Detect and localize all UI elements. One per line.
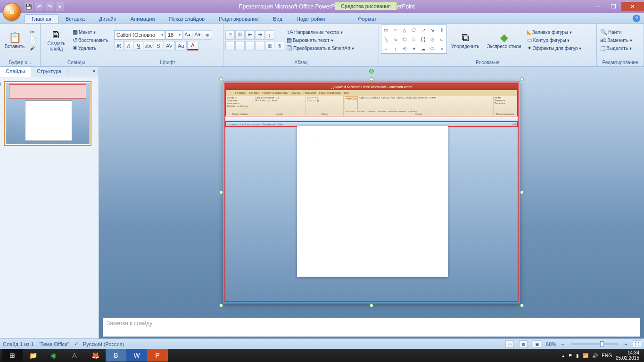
numbering-button[interactable]: ① (235, 30, 245, 40)
taskbar-file-explorer-icon[interactable]: 📁 (23, 349, 43, 362)
columns-button[interactable]: ▥ (265, 41, 274, 50)
notes-pane[interactable]: Заметки к слайду (103, 318, 640, 337)
normal-view-button[interactable]: ▭ (505, 340, 514, 348)
tray-battery-icon[interactable]: ▮ (576, 353, 579, 358)
find-button[interactable]: 🔍Найти (599, 28, 634, 36)
tab-insert[interactable]: Вставка (58, 14, 92, 23)
text-direction-button[interactable]: ↕AНаправление текста ▾ (285, 28, 355, 36)
align-text-button[interactable]: ▤Выровнять текст ▾ (285, 36, 355, 44)
start-button[interactable]: ⊞ (2, 349, 23, 362)
qat-redo-icon[interactable]: ↷ (45, 2, 54, 11)
align-center-button[interactable]: ≡ (235, 41, 245, 50)
resize-handle-s[interactable] (370, 304, 373, 307)
char-spacing-button[interactable]: AV (164, 41, 175, 50)
taskbar-powerpoint-icon[interactable]: P (147, 349, 168, 362)
clear-format-button[interactable]: ⩩ (203, 30, 212, 40)
tray-clock[interactable]: 14:34 05.02.2015 (616, 350, 639, 361)
tray-network-icon[interactable]: 📶 (583, 353, 588, 358)
align-left-button[interactable]: ≡ (225, 41, 235, 50)
cut-button[interactable]: ✂ (28, 28, 38, 36)
shape-outline-button[interactable]: ▭Контур фигуры ▾ (526, 36, 583, 44)
taskbar-gimp-icon[interactable]: 🦊 (85, 349, 106, 362)
slide-canvas-area[interactable]: Документ Microsoft Office Word.docx - Mi… (99, 67, 644, 318)
resize-handle-w[interactable] (219, 190, 223, 194)
arrange-button[interactable]: ⧉Упорядочить (448, 25, 483, 57)
font-family-combo[interactable]: Calibri (Основно (114, 30, 165, 40)
increase-indent-button[interactable]: ⇥ (255, 30, 264, 40)
font-size-combo[interactable]: 18 (165, 30, 182, 40)
shape-fill-button[interactable]: ◣Заливка фигуры ▾ (526, 28, 583, 36)
font-color-button[interactable]: A (187, 41, 198, 50)
taskbar-app1-icon[interactable]: ◉ (43, 349, 64, 362)
thumbnail-list[interactable]: 1 (0, 77, 99, 338)
minimize-button[interactable]: — (589, 2, 605, 11)
slideshow-view-button[interactable]: ▣ (533, 340, 541, 348)
tab-addins[interactable]: Надстройки (289, 14, 332, 23)
tab-slideshow[interactable]: Показ слайдов (162, 14, 212, 23)
decrease-indent-button[interactable]: ⇤ (245, 30, 255, 40)
tray-volume-icon[interactable]: 🔊 (592, 353, 598, 358)
copy-button[interactable]: 📄 (28, 36, 38, 44)
taskbar-vk-icon[interactable]: B (106, 349, 126, 362)
zoom-in-button[interactable]: + (625, 341, 627, 347)
align-right-button[interactable]: ≡ (245, 41, 255, 50)
quick-styles-button[interactable]: ◆Экспресс-стили (484, 25, 525, 57)
zoom-thumb[interactable] (600, 341, 604, 347)
tray-show-hidden-icon[interactable]: ▴ (562, 353, 564, 358)
convert-smartart-button[interactable]: ⿻Преобразовать в SmartArt ▾ (285, 44, 355, 52)
tab-format[interactable]: Формат (351, 14, 383, 23)
shadow-button[interactable]: S (154, 41, 163, 50)
qat-undo-icon[interactable]: ↶ (35, 2, 43, 11)
office-button[interactable]: ⊞ (3, 3, 21, 21)
resize-handle-n[interactable] (370, 77, 373, 81)
tray-language[interactable]: ENG (602, 353, 612, 358)
tab-animation[interactable]: Анимация (124, 14, 162, 23)
shape-effects-button[interactable]: ✦Эффекты для фигур ▾ (526, 44, 583, 52)
grow-font-button[interactable]: A▴ (183, 30, 192, 40)
close-panel-button[interactable]: ✕ (89, 67, 99, 77)
bold-button[interactable]: Ж (114, 41, 124, 50)
underline-button[interactable]: Ч (134, 41, 143, 50)
tray-action-center-icon[interactable]: ⚑ (568, 353, 572, 358)
maximize-button[interactable]: ❐ (605, 2, 621, 11)
close-button[interactable]: ✕ (621, 2, 644, 11)
zoom-level[interactable]: 68% (546, 341, 556, 347)
slides-tab[interactable]: Слайды (0, 67, 31, 77)
new-slide-button[interactable]: 🗎Создать слайд (42, 25, 70, 57)
resize-handle-e[interactable] (520, 190, 524, 194)
tab-review[interactable]: Рецензирование (212, 14, 266, 23)
tab-home[interactable]: Главная (25, 14, 58, 23)
taskbar-app2-icon[interactable]: A (64, 349, 85, 362)
shapes-gallery[interactable]: ▭○△⬠↗↘⇧ ╲↳⬡☆{ }◇▱ ↔↕⟲✦☁⬭▿ (381, 25, 447, 54)
strike-button[interactable]: abc (144, 41, 153, 50)
bullets-button[interactable]: ≣ (225, 30, 235, 40)
resize-handle-sw[interactable] (219, 304, 223, 307)
justify-button[interactable]: ≡ (255, 41, 264, 50)
select-button[interactable]: ⬚Выделить ▾ (599, 44, 634, 52)
rotate-handle[interactable] (369, 69, 374, 74)
slide[interactable]: Документ Microsoft Office Word.docx - Mi… (223, 81, 520, 304)
qat-save-icon[interactable]: 💾 (25, 2, 33, 11)
text-ltr-button[interactable]: ¶ (275, 41, 284, 50)
replace-button[interactable]: abЗаменить ▾ (599, 36, 634, 44)
resize-handle-nw[interactable] (219, 77, 223, 81)
qat-more-icon[interactable]: ▾ (56, 2, 64, 11)
zoom-slider[interactable] (571, 343, 618, 345)
resize-handle-ne[interactable] (520, 77, 524, 81)
tab-view[interactable]: Вид (266, 14, 289, 23)
change-case-button[interactable]: Aa (175, 41, 187, 50)
help-icon[interactable]: ? (633, 15, 640, 22)
reset-button[interactable]: ↺Восстановить (71, 36, 110, 44)
slide-thumbnail-1[interactable]: 1 (4, 81, 91, 146)
layout-button[interactable]: ▦Макет ▾ (71, 28, 110, 36)
zoom-out-button[interactable]: − (561, 341, 564, 347)
tab-design[interactable]: Дизайн (92, 14, 124, 23)
outline-tab[interactable]: Структура (31, 67, 67, 77)
resize-handle-se[interactable] (520, 304, 524, 307)
line-spacing-button[interactable]: ↕ (265, 30, 274, 40)
italic-button[interactable]: К (124, 41, 133, 50)
delete-slide-button[interactable]: ✖Удалить (71, 44, 110, 52)
language-indicator[interactable]: Русский (Россия) (83, 341, 124, 347)
fit-window-button[interactable]: ⛶ (633, 340, 641, 348)
paste-button[interactable]: 📋Вставить (2, 25, 27, 57)
